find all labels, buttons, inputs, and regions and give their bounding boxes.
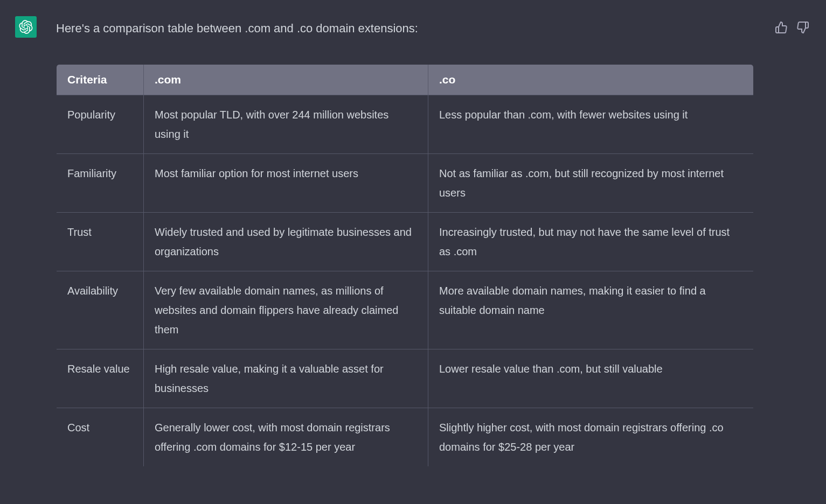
cell-co: Not as familiar as .com, but still recog… <box>428 154 754 213</box>
cell-com: High resale value, making it a valuable … <box>144 349 428 408</box>
cell-co: Less popular than .com, with fewer websi… <box>428 95 754 154</box>
thumbs-up-button[interactable] <box>773 19 789 36</box>
header-co: .co <box>428 65 754 95</box>
cell-criteria: Popularity <box>57 95 144 154</box>
thumbs-down-button[interactable] <box>795 19 811 36</box>
header-criteria: Criteria <box>57 65 144 95</box>
cell-com: Most familiar option for most internet u… <box>144 154 428 213</box>
comparison-table: Criteria .com .co Popularity Most popula… <box>56 64 754 467</box>
cell-criteria: Familiarity <box>57 154 144 213</box>
cell-co: Increasingly trusted, but may not have t… <box>428 213 754 271</box>
header-com: .com <box>144 65 428 95</box>
table-row: Cost Generally lower cost, with most dom… <box>57 408 754 467</box>
message-content: Here's a comparison table between .com a… <box>56 16 754 467</box>
table-row: Resale value High resale value, making i… <box>57 349 754 408</box>
intro-text: Here's a comparison table between .com a… <box>56 16 754 37</box>
openai-logo-icon <box>19 20 33 34</box>
feedback-buttons <box>773 16 811 467</box>
cell-criteria: Availability <box>57 271 144 349</box>
assistant-message: Here's a comparison table between .com a… <box>0 16 826 467</box>
cell-criteria: Cost <box>57 408 144 467</box>
table-row: Availability Very few available domain n… <box>57 271 754 349</box>
assistant-avatar <box>15 16 37 38</box>
thumbs-up-icon <box>775 21 788 34</box>
table-body: Popularity Most popular TLD, with over 2… <box>57 95 754 467</box>
table-row: Familiarity Most familiar option for mos… <box>57 154 754 213</box>
cell-co: Slightly higher cost, with most domain r… <box>428 408 754 467</box>
cell-criteria: Trust <box>57 213 144 271</box>
cell-co: More available domain names, making it e… <box>428 271 754 349</box>
table-header-row: Criteria .com .co <box>57 65 754 95</box>
cell-com: Most popular TLD, with over 244 million … <box>144 95 428 154</box>
cell-com: Very few available domain names, as mill… <box>144 271 428 349</box>
thumbs-down-icon <box>796 21 809 34</box>
cell-co: Lower resale value than .com, but still … <box>428 349 754 408</box>
cell-criteria: Resale value <box>57 349 144 408</box>
cell-com: Widely trusted and used by legitimate bu… <box>144 213 428 271</box>
table-row: Popularity Most popular TLD, with over 2… <box>57 95 754 154</box>
table-row: Trust Widely trusted and used by legitim… <box>57 213 754 271</box>
cell-com: Generally lower cost, with most domain r… <box>144 408 428 467</box>
